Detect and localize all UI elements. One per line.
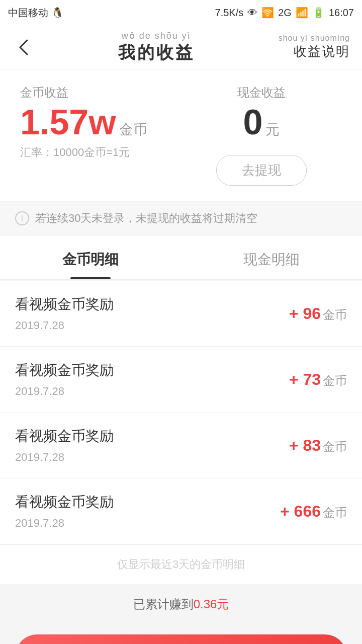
- signal-2g: 2G: [278, 7, 292, 19]
- tx-unit-3: 金币: [323, 439, 347, 455]
- warning-banner: i 若连续30天未登录，未提现的收益将过期清空: [0, 202, 362, 235]
- tx-date-3: 2019.7.28: [15, 451, 114, 464]
- tx-amount-1: + 96 金币: [289, 304, 347, 323]
- tx-title-1: 看视频金币奖励: [15, 295, 114, 314]
- tx-amount-3: + 83 金币: [289, 436, 347, 455]
- coin-earnings-label: 金币收益: [20, 85, 181, 101]
- watch-btn-area: 看视频赚金币: [0, 624, 362, 644]
- tx-date-1: 2019.7.28: [15, 319, 114, 332]
- withdraw-button[interactable]: 去提现: [216, 155, 307, 186]
- cash-unit: 元: [265, 120, 280, 139]
- earnings-info-label: 收益说明: [279, 43, 350, 60]
- tx-title-4: 看视频金币奖励: [15, 493, 114, 512]
- cash-amount: 0: [243, 105, 263, 140]
- tx-unit-2: 金币: [323, 373, 347, 389]
- cash-earnings-label: 现金收益: [237, 85, 286, 101]
- watch-video-button[interactable]: 看视频赚金币: [15, 634, 347, 644]
- tx-left-2: 看视频金币奖励 2019.7.28: [15, 361, 114, 398]
- tx-amount-2: + 73 金币: [289, 370, 347, 389]
- tx-title-3: 看视频金币奖励: [15, 427, 114, 446]
- cash-earnings-value: 0 元: [243, 105, 280, 140]
- page-title-area: wǒ de shōu yì 我的收益: [34, 30, 279, 64]
- coin-unit: 金币: [119, 120, 147, 139]
- network-speed: 7.5K/s: [215, 7, 244, 19]
- top-nav: wǒ de shōu yì 我的收益 shōu yì shuōmíng 收益说明: [0, 25, 362, 69]
- tx-left-1: 看视频金币奖励 2019.7.28: [15, 295, 114, 332]
- transaction-item-4: 看视频金币奖励 2019.7.28 + 666 金币: [0, 478, 362, 544]
- tx-value-1: + 96: [289, 304, 321, 323]
- status-bar: 中国移动 🐧 7.5K/s 👁 🛜 2G 📶 🔋 16:07: [0, 0, 362, 25]
- tx-unit-4: 金币: [323, 505, 347, 521]
- battery-icon: 🔋: [312, 7, 325, 19]
- transaction-item-2: 看视频金币奖励 2019.7.28 + 73 金币: [0, 347, 362, 413]
- earnings-info-button[interactable]: shōu yì shuōmíng 收益说明: [279, 34, 350, 60]
- tx-amount-4: + 666 金币: [280, 502, 347, 521]
- transaction-item-1: 看视频金币奖励 2019.7.28 + 96 金币: [0, 281, 362, 347]
- tx-value-2: + 73: [289, 370, 321, 389]
- tab-cash-detail[interactable]: 现金明细: [181, 236, 362, 279]
- total-earned-prefix: 已累计赚到: [133, 597, 194, 611]
- withdraw-btn-area: 去提现: [216, 155, 307, 186]
- exchange-rate: 汇率：10000金币=1元: [20, 145, 181, 160]
- earnings-section: 金币收益 1.57w 金币 汇率：10000金币=1元 现金收益 0 元 去提现: [0, 69, 362, 201]
- cash-earnings-col: 现金收益 0 元 去提现: [181, 85, 342, 186]
- carrier-text: 中国移动: [8, 6, 48, 20]
- tx-value-4: + 666: [280, 502, 321, 521]
- wifi-icon: 🛜: [261, 7, 274, 19]
- coin-earnings-col: 金币收益 1.57w 金币 汇率：10000金币=1元: [20, 85, 181, 160]
- tx-title-2: 看视频金币奖励: [15, 361, 114, 380]
- coin-earnings-value: 1.57w 金币: [20, 105, 181, 140]
- info-icon: i: [15, 211, 29, 225]
- tab-coin-detail[interactable]: 金币明细: [0, 236, 181, 279]
- status-carrier: 中国移动 🐧: [8, 6, 64, 20]
- footer-notice: 仅显示最近3天的金币明细: [0, 544, 362, 584]
- tx-left-3: 看视频金币奖励 2019.7.28: [15, 427, 114, 464]
- back-button[interactable]: [12, 36, 34, 58]
- tx-unit-1: 金币: [323, 307, 347, 323]
- time-display: 16:07: [329, 7, 354, 19]
- page-title-main: 我的收益: [34, 41, 279, 64]
- tx-date-2: 2019.7.28: [15, 385, 114, 398]
- page-title-pinyin: wǒ de shōu yì: [34, 30, 279, 41]
- warning-text: 若连续30天未登录，未提现的收益将过期清空: [35, 211, 257, 226]
- tx-value-3: + 83: [289, 436, 321, 455]
- status-right: 7.5K/s 👁 🛜 2G 📶 🔋 16:07: [215, 7, 354, 19]
- qq-icon: 🐧: [51, 7, 64, 19]
- transaction-list: 看视频金币奖励 2019.7.28 + 96 金币 看视频金币奖励 2019.7…: [0, 281, 362, 584]
- coin-amount: 1.57w: [20, 105, 116, 140]
- eye-icon: 👁: [247, 7, 257, 19]
- total-earned-section: 已累计赚到0.36元: [0, 584, 362, 624]
- earnings-info-pinyin: shōu yì shuōmíng: [279, 34, 350, 43]
- tx-date-4: 2019.7.28: [15, 517, 114, 530]
- transaction-item-3: 看视频金币奖励 2019.7.28 + 83 金币: [0, 413, 362, 478]
- tx-left-4: 看视频金币奖励 2019.7.28: [15, 493, 114, 530]
- earnings-row: 金币收益 1.57w 金币 汇率：10000金币=1元 现金收益 0 元 去提现: [20, 85, 342, 186]
- total-earned-value: 0.36元: [194, 597, 229, 611]
- tab-bar: 金币明细 现金明细: [0, 236, 362, 280]
- signal-bars: 📶: [296, 7, 308, 19]
